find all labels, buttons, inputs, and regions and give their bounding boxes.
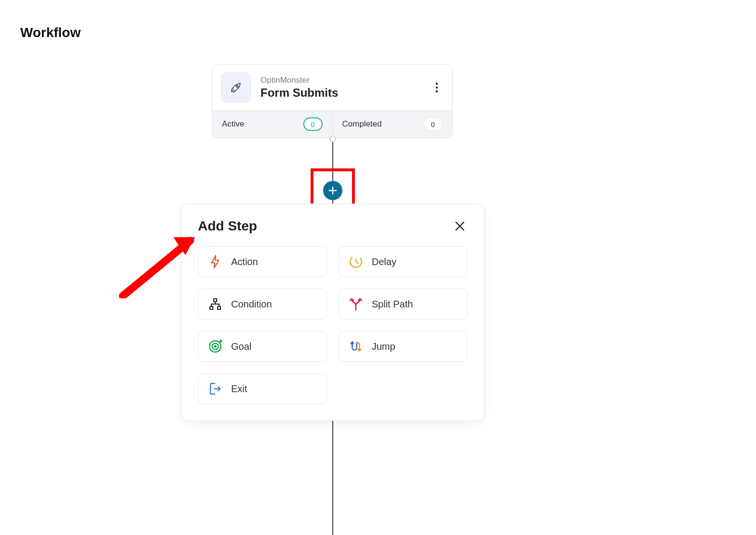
svg-rect-5 (214, 299, 217, 302)
step-option-condition[interactable]: Condition (198, 289, 327, 319)
svg-point-10 (214, 345, 216, 347)
hierarchy-icon (208, 297, 222, 311)
svg-point-0 (236, 86, 238, 88)
trigger-event: Form Submits (261, 86, 420, 100)
stat-value: 0 (423, 117, 443, 131)
step-option-goal[interactable]: Goal (198, 331, 327, 362)
svg-point-2 (436, 87, 438, 89)
split-icon (349, 297, 363, 311)
step-option-label: Split Path (372, 299, 413, 310)
trigger-labels: OptinMonster Form Submits (261, 76, 420, 100)
stat-label: Completed (342, 119, 382, 129)
step-option-label: Exit (231, 383, 247, 395)
svg-rect-7 (218, 306, 221, 309)
exit-icon (208, 382, 222, 396)
step-option-delay[interactable]: Delay (339, 246, 468, 277)
stat-completed[interactable]: Completed 0 (332, 111, 453, 138)
close-icon (455, 221, 465, 231)
step-option-label: Delay (372, 256, 396, 268)
step-option-split[interactable]: Split Path (339, 289, 468, 319)
svg-point-3 (436, 90, 438, 92)
more-menu-button[interactable] (430, 78, 443, 97)
svg-point-1 (436, 83, 438, 85)
step-option-label: Condition (231, 299, 272, 310)
step-option-action[interactable]: Action (198, 246, 327, 277)
lightning-icon (208, 255, 222, 269)
trigger-card[interactable]: OptinMonster Form Submits Active 0 Compl… (212, 64, 453, 138)
rocket-icon (229, 80, 243, 95)
stat-label: Active (222, 119, 244, 129)
popover-title: Add Step (198, 218, 257, 234)
trigger-icon-box (221, 73, 251, 102)
step-option-label: Action (231, 256, 258, 268)
step-option-jump[interactable]: Jump (339, 331, 468, 362)
trigger-stats: Active 0 Completed 0 (212, 110, 452, 138)
trigger-card-header: OptinMonster Form Submits (212, 65, 452, 110)
close-button[interactable] (452, 218, 468, 234)
add-step-popover: Add Step ActionDelayConditionSplit PathG… (181, 204, 484, 421)
clock-icon (349, 255, 363, 269)
page-title: Workflow (20, 25, 80, 40)
stat-active[interactable]: Active 0 (212, 111, 332, 138)
target-icon (208, 339, 222, 354)
trigger-source: OptinMonster (261, 76, 420, 85)
add-step-button[interactable] (323, 181, 342, 200)
more-vertical-icon (435, 82, 438, 93)
svg-rect-6 (210, 306, 213, 309)
plus-icon (328, 186, 337, 195)
jump-icon (349, 339, 363, 354)
stat-value: 0 (303, 117, 323, 131)
connector-dot (329, 136, 336, 142)
step-option-label: Goal (231, 341, 251, 352)
step-option-label: Jump (372, 341, 395, 352)
step-option-exit[interactable]: Exit (198, 373, 327, 404)
